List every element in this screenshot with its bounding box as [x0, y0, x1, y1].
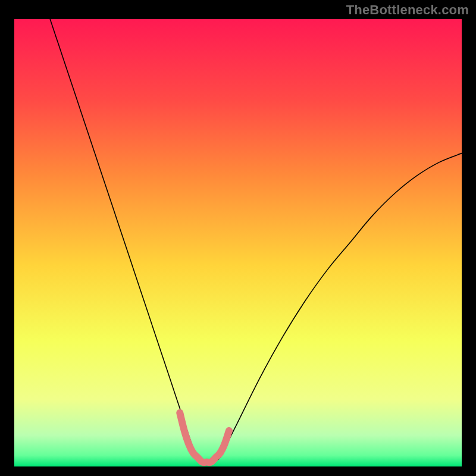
chart-svg: [14, 19, 462, 466]
chart-root: TheBottleneck.com: [0, 0, 476, 476]
plot-area: [14, 19, 462, 466]
watermark-text: TheBottleneck.com: [346, 2, 469, 18]
trough-highlight: [180, 413, 229, 462]
bottleneck-curve: [50, 19, 462, 462]
